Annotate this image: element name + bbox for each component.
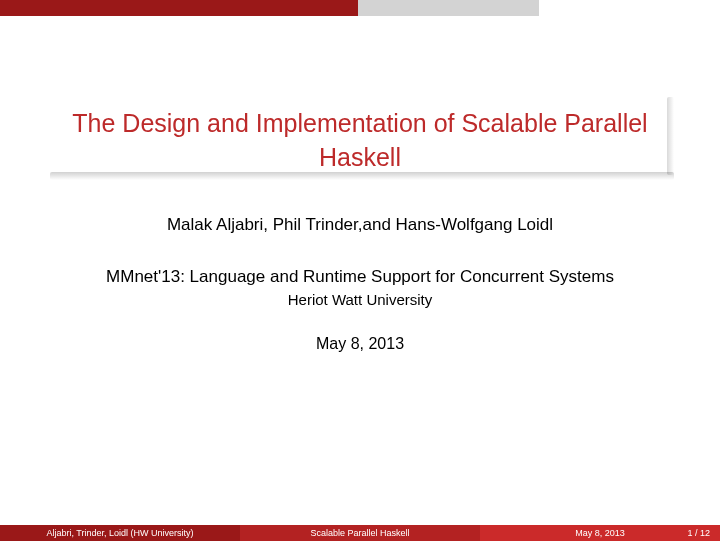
title-shadow-right bbox=[667, 97, 674, 175]
footer-page: 1 / 12 bbox=[687, 528, 710, 538]
slide-title: The Design and Implementation of Scalabl… bbox=[60, 107, 660, 175]
title-shadow bbox=[50, 172, 674, 180]
footer-date: May 8, 2013 bbox=[575, 528, 625, 538]
conference-name: MMnet'13: Language and Runtime Support f… bbox=[0, 265, 720, 289]
footer-title: Scalable Parallel Haskell bbox=[240, 525, 480, 541]
progress-bar bbox=[0, 0, 720, 16]
footer-bar: Aljabri, Trinder, Loidl (HW University) … bbox=[0, 525, 720, 541]
progress-seg-next bbox=[358, 0, 539, 16]
footer-authors: Aljabri, Trinder, Loidl (HW University) bbox=[0, 525, 240, 541]
progress-seg-current bbox=[0, 0, 358, 16]
progress-seg-remaining bbox=[539, 0, 720, 16]
conference-block: MMnet'13: Language and Runtime Support f… bbox=[0, 265, 720, 310]
authors-line: Malak Aljabri, Phil Trinder,and Hans-Wol… bbox=[0, 215, 720, 235]
university-name: Heriot Watt University bbox=[0, 289, 720, 310]
presentation-date: May 8, 2013 bbox=[0, 335, 720, 353]
footer-meta: May 8, 2013 1 / 12 bbox=[480, 525, 720, 541]
